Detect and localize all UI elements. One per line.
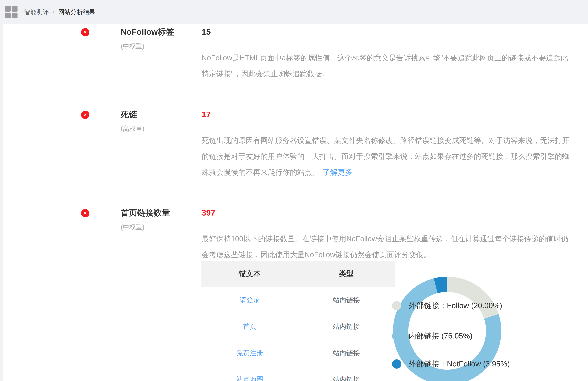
column-header-anchor-text: 锚文本: [201, 261, 298, 287]
legend-item-external-follow: 外部链接：Follow (20.00%): [392, 300, 502, 311]
top-bar: 智能测评 / 网站分析结果: [0, 0, 588, 24]
section-homepage-links: ✕ 首页链接数量 (中权重) 397 最好保持100以下的链接数量。在链接中使用…: [3, 208, 588, 263]
error-x-icon: ✕: [81, 209, 89, 217]
error-x-icon: ✕: [81, 28, 89, 36]
table-row: 免费注册 站内链接: [201, 340, 395, 366]
section-title: 首页链接数量: [121, 208, 202, 218]
section-nofollow: ✕ NoFollow标签 (中权重) 15 NoFollow是HTML页面中a标…: [3, 27, 588, 82]
anchor-link[interactable]: 站点地图: [236, 375, 263, 381]
anchor-link[interactable]: 免费注册: [236, 348, 263, 358]
section-weight-badge: (中权重): [121, 42, 202, 50]
section-weight-badge: (高权重): [121, 125, 202, 133]
metric-value: 17: [202, 110, 575, 119]
link-type: 站内链接: [333, 375, 360, 381]
metric-value: 15: [202, 27, 575, 37]
learn-more-link[interactable]: 了解更多: [323, 168, 352, 176]
legend-label: 外部链接：NotFollow (3.95%): [409, 359, 510, 369]
column-header-type: 类型: [298, 261, 395, 287]
link-type: 站内链接: [333, 295, 360, 305]
breadcrumb: 智能测评 / 网站分析结果: [24, 8, 95, 16]
metric-value: 397: [202, 208, 575, 218]
content-card: ✕ NoFollow标签 (中权重) 15 NoFollow是HTML页面中a标…: [3, 24, 588, 381]
section-title: 死链: [121, 110, 202, 119]
table-header-row: 锚文本 类型: [201, 261, 395, 287]
anchor-link[interactable]: 首页: [243, 322, 256, 331]
legend-item-internal: 内部链接 (76.05%): [392, 331, 472, 341]
section-description: 死链出现的原因有网站服务器设置错误、某文件夹名称修改、路径错误链接变成死链等。对…: [202, 133, 575, 180]
legend-label: 内部链接 (76.05%): [409, 331, 472, 341]
breadcrumb-separator: /: [53, 9, 54, 16]
apps-grid-icon[interactable]: [5, 6, 18, 18]
section-title: NoFollow标签: [121, 27, 202, 37]
section-description: 最好保持100以下的链接数量。在链接中使用NoFollow会阻止某些权重传递，但…: [202, 231, 575, 263]
legend-dot-icon: [392, 359, 401, 369]
legend-dot-icon: [392, 331, 401, 341]
section-description: NoFollow是HTML页面中a标签的属性值。这个标签的意义是告诉搜索引擎"不…: [202, 50, 575, 82]
legend-item-external-notfollow: 外部链接：NotFollow (3.95%): [392, 359, 510, 369]
section-dead-links: ✕ 死链 (高权重) 17 死链出现的原因有网站服务器设置错误、某文件夹名称修改…: [3, 110, 588, 180]
anchor-links-table: 锚文本 类型 请登录 站内链接 首页 站内链接 免费注册 站内链接: [201, 261, 395, 381]
error-x-icon: ✕: [81, 111, 89, 119]
breadcrumb-item-smart-evaluation[interactable]: 智能测评: [24, 8, 49, 16]
link-type: 站内链接: [333, 322, 360, 331]
breadcrumb-item-analysis-result: 网站分析结果: [58, 8, 95, 16]
table-row: 请登录 站内链接: [201, 287, 395, 313]
link-type: 站内链接: [333, 348, 360, 358]
legend-label: 外部链接：Follow (20.00%): [409, 300, 502, 311]
anchor-link[interactable]: 请登录: [240, 295, 260, 305]
section-weight-badge: (中权重): [121, 223, 202, 231]
page: 智能测评 / 网站分析结果 ✕ NoFollow标签 (中权重) 15 NoFo…: [0, 0, 588, 381]
table-row: 首页 站内链接: [201, 313, 395, 340]
legend-dot-icon: [392, 301, 401, 310]
table-row: 站点地图 站内链接: [201, 366, 395, 381]
